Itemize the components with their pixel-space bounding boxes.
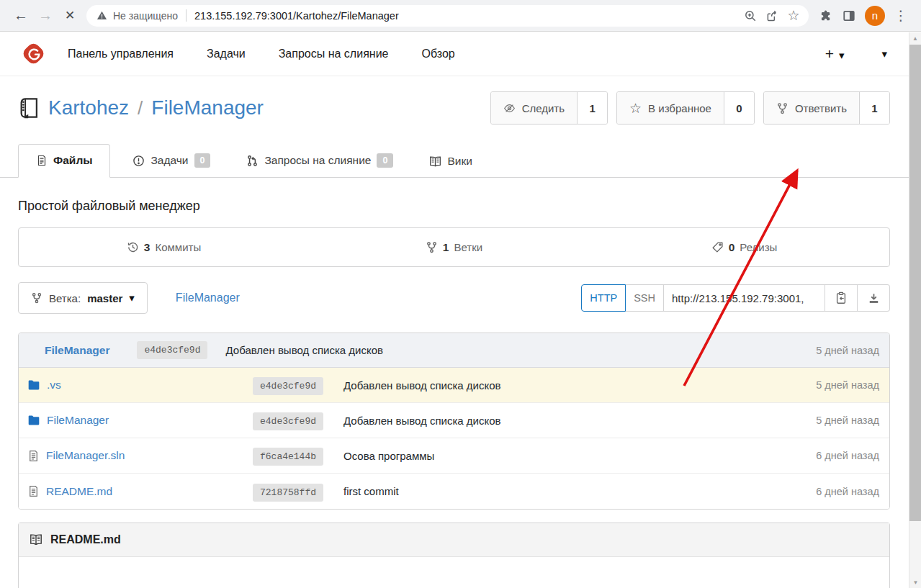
- commit-hash-badge[interactable]: e4de3cfe9d: [253, 412, 323, 430]
- sidebar-icon[interactable]: [837, 4, 861, 27]
- repo-book-icon: [18, 96, 40, 119]
- readme-header: README.md: [19, 523, 889, 557]
- nav-issues[interactable]: Задачи: [207, 48, 246, 60]
- pull-requests-count-badge: 0: [377, 153, 393, 168]
- folder-icon: [27, 379, 40, 392]
- scrollbar-down-arrow[interactable]: [909, 576, 921, 588]
- stat-releases[interactable]: 0 Релизы: [599, 228, 889, 266]
- bookmark-star-icon[interactable]: [783, 5, 804, 27]
- page-scrollbar[interactable]: [909, 32, 921, 588]
- tab-issues-label: Задачи: [150, 154, 188, 167]
- wiki-book-icon: [429, 155, 441, 168]
- branches-label: Ветки: [454, 241, 482, 253]
- scrollbar-up-arrow[interactable]: [909, 32, 921, 44]
- fork-button[interactable]: Ответвить: [764, 92, 860, 124]
- browser-profile-avatar[interactable]: n: [865, 6, 885, 26]
- download-button[interactable]: [858, 284, 890, 312]
- pull-request-icon: [246, 155, 259, 167]
- readme-title: README.md: [50, 533, 121, 546]
- browser-back-button[interactable]: [9, 4, 33, 28]
- table-row: FileManager e4de3cfe9d Добавлен вывод сп…: [19, 403, 889, 438]
- latest-commit-age: 5 дней назад: [816, 345, 879, 356]
- copy-url-button[interactable]: [825, 284, 858, 312]
- star-button[interactable]: В избранное: [617, 92, 724, 124]
- file-link[interactable]: .vs: [27, 379, 253, 392]
- fork-count[interactable]: 1: [860, 92, 889, 124]
- download-icon: [868, 292, 880, 304]
- browser-stop-button[interactable]: [58, 4, 82, 28]
- tab-files[interactable]: Файлы: [18, 144, 110, 178]
- extensions-icon[interactable]: [814, 4, 837, 27]
- user-menu-dropdown[interactable]: [881, 48, 887, 60]
- chevron-down-icon: [839, 45, 845, 63]
- commits-label: Коммиты: [155, 241, 201, 253]
- star-count[interactable]: 0: [724, 92, 754, 124]
- browser-menu-icon[interactable]: [889, 4, 912, 27]
- file-table: FileManager e4de3cfe9d Добавлен вывод сп…: [18, 333, 890, 510]
- file-icon: [36, 155, 48, 166]
- address-bar[interactable]: Не защищено 213.155.192.79:3001/Kartohez…: [86, 5, 809, 27]
- branch-prefix-label: Ветка:: [49, 292, 81, 304]
- repo-owner-link[interactable]: Kartohez: [48, 96, 129, 119]
- tag-icon: [711, 241, 724, 253]
- tab-issues[interactable]: Задачи 0: [119, 144, 224, 178]
- tab-wiki-label: Вики: [447, 155, 472, 168]
- branch-bar: Ветка: master FileManager HTTP SSH: [18, 282, 890, 314]
- create-new-dropdown[interactable]: +: [825, 45, 845, 63]
- table-row: README.md 7218758ffd first commit 6 дней…: [19, 474, 889, 509]
- tab-pull-requests[interactable]: Запросы на слияние 0: [233, 144, 407, 178]
- commit-hash-badge[interactable]: f6ca4e144b: [253, 448, 323, 466]
- branch-icon: [31, 292, 42, 304]
- nav-dashboard[interactable]: Панель управления: [68, 48, 174, 60]
- book-icon: [30, 533, 42, 546]
- latest-commit-message[interactable]: Добавлен вывод списка дисков: [225, 344, 383, 356]
- eye-icon: [503, 102, 516, 114]
- repo-action-buttons: Следить 1 В избранное 0 Ответвить 1: [490, 91, 890, 125]
- scrollbar-thumb[interactable]: [909, 45, 921, 521]
- latest-commit-author-link[interactable]: FileManager: [45, 344, 109, 357]
- file-name: FileManager: [47, 414, 109, 427]
- file-link[interactable]: README.md: [27, 485, 253, 498]
- site-navbar: Панель управления Задачи Запросы на слия…: [0, 32, 909, 76]
- tab-wiki[interactable]: Вики: [415, 145, 485, 178]
- zoom-icon[interactable]: [740, 5, 761, 27]
- repo-name-link[interactable]: FileManager: [151, 96, 264, 119]
- star-icon: [629, 101, 642, 115]
- copy-icon: [835, 291, 848, 304]
- commit-message-link[interactable]: Добавлен вывод списка дисков: [343, 415, 771, 427]
- chevron-down-icon: [129, 291, 135, 304]
- commit-message-link[interactable]: Добавлен вывод списка дисков: [343, 379, 771, 392]
- branch-selector[interactable]: Ветка: master: [18, 282, 148, 314]
- repo-description: Простой файловый менеджер: [0, 178, 909, 227]
- breadcrumb-repo-link[interactable]: FileManager: [176, 291, 240, 304]
- clone-http-button[interactable]: HTTP: [581, 284, 626, 312]
- commit-hash-badge[interactable]: 7218758ffd: [253, 484, 323, 502]
- repo-tabbar: Файлы Задачи 0 Запросы на слияние 0 Вики: [0, 144, 909, 178]
- star-button-group: В избранное 0: [616, 91, 755, 125]
- clone-ssh-button[interactable]: SSH: [626, 284, 664, 312]
- watch-count[interactable]: 1: [578, 92, 607, 124]
- releases-label: Релизы: [740, 241, 777, 253]
- commit-hash-badge[interactable]: e4de3cfe9d: [137, 341, 207, 359]
- stat-branches[interactable]: 1 Ветки: [309, 228, 599, 266]
- nav-pull-requests[interactable]: Запросы на слияние: [279, 48, 389, 60]
- share-icon[interactable]: [761, 5, 783, 27]
- branch-name: master: [87, 292, 122, 304]
- commit-message-link[interactable]: first commit: [343, 485, 771, 497]
- nav-explore[interactable]: Обзор: [421, 48, 454, 60]
- gitea-logo[interactable]: [22, 42, 45, 65]
- commits-count: 3: [144, 241, 150, 254]
- commit-message-link[interactable]: Осова программы: [343, 450, 771, 462]
- browser-forward-button[interactable]: [33, 4, 58, 28]
- commit-age: 6 дней назад: [816, 450, 879, 461]
- tab-pull-requests-label: Запросы на слияние: [264, 154, 371, 167]
- commit-hash-badge[interactable]: e4de3cfe9d: [253, 377, 323, 395]
- watch-button[interactable]: Следить: [491, 92, 578, 124]
- stat-commits[interactable]: 3 Коммиты: [19, 228, 309, 266]
- branch-icon: [426, 241, 438, 253]
- repo-header: Kartohez / FileManager Следить 1 В избра…: [0, 76, 909, 137]
- fork-icon: [776, 102, 789, 114]
- clone-url-input[interactable]: [664, 284, 825, 312]
- file-link[interactable]: FileManager.sln: [27, 449, 253, 462]
- file-link[interactable]: FileManager: [27, 414, 253, 427]
